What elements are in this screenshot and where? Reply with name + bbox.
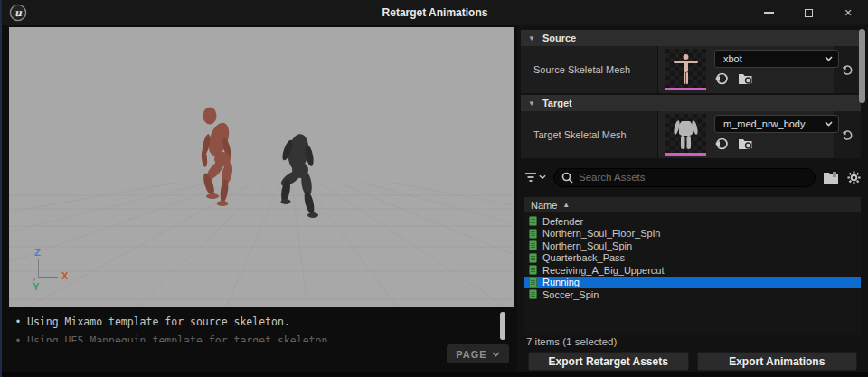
chevron-down-icon bbox=[539, 174, 546, 180]
x-axis-label: X bbox=[61, 270, 68, 281]
search-box bbox=[553, 168, 816, 187]
target-mesh-thumbnail[interactable] bbox=[665, 114, 706, 156]
animation-asset-icon bbox=[529, 265, 537, 275]
target-skeletal-mesh-label: Target Skeletal Mesh bbox=[521, 111, 658, 158]
close-button[interactable]: × bbox=[828, 0, 868, 25]
source-mesh-preview bbox=[665, 49, 706, 88]
maximize-icon bbox=[805, 9, 813, 17]
asset-name: Northern_Soul_Spin bbox=[542, 240, 632, 251]
source-mesh-thumbnail[interactable] bbox=[665, 49, 706, 90]
note-line: •Using UE5 Mannequin template for target… bbox=[9, 335, 334, 342]
chevron-down-icon bbox=[825, 56, 833, 61]
filter-icon bbox=[524, 172, 537, 183]
window-title: Retarget Animations bbox=[2, 0, 868, 25]
retarget-details-panel: ▼ Source Source Skeletal Mesh bbox=[517, 25, 868, 372]
export-buttons-row: Export Retarget Assets Export Animations bbox=[528, 352, 857, 371]
folder-settings-icon[interactable] bbox=[823, 171, 839, 184]
reset-to-default-icon[interactable] bbox=[842, 64, 854, 76]
minimize-icon bbox=[764, 12, 774, 14]
asset-search-row bbox=[524, 167, 861, 187]
bullet-icon: • bbox=[9, 316, 27, 328]
view-options-gear-icon[interactable] bbox=[847, 171, 861, 184]
asset-row-selected[interactable]: Running bbox=[524, 277, 861, 289]
asset-row[interactable]: Receiving_A_Big_Uppercut bbox=[524, 264, 861, 277]
axis-gizmo: Z X Y bbox=[25, 249, 80, 299]
collapse-arrow-icon: ▼ bbox=[528, 99, 535, 108]
name-column-header[interactable]: Name ▲ bbox=[524, 197, 861, 212]
export-animations-button[interactable]: Export Animations bbox=[697, 352, 858, 371]
source-skeletal-mesh-label: Source Skeletal Mesh bbox=[521, 46, 658, 93]
animation-asset-icon bbox=[529, 253, 537, 263]
x-axis-line bbox=[38, 277, 58, 278]
titlebar: u Retarget Animations × bbox=[2, 0, 868, 25]
maximize-button[interactable] bbox=[788, 0, 828, 25]
animation-asset-icon bbox=[529, 278, 537, 287]
asset-name: Quarterback_Pass bbox=[542, 252, 625, 263]
chevron-down-icon bbox=[825, 121, 833, 127]
items-status: 7 items (1 selected) bbox=[526, 336, 617, 347]
source-skeletal-mesh-row: Source Skeletal Mesh x bbox=[521, 46, 861, 93]
browse-to-asset-icon[interactable] bbox=[738, 71, 754, 86]
retarget-animations-window: u Retarget Animations × bbox=[0, 0, 868, 377]
window-bottom-edge bbox=[2, 372, 868, 377]
source-skeletal-mesh-value: xbot bbox=[658, 46, 834, 93]
note-text: Using UE5 Mannequin template for target … bbox=[27, 335, 334, 342]
target-skeletal-mesh-value: m_med_nrw_body bbox=[658, 111, 834, 158]
source-mesh-dropdown-value: xbot bbox=[723, 53, 825, 64]
floor-grid bbox=[9, 27, 514, 307]
minimize-button[interactable] bbox=[749, 0, 788, 25]
browse-to-asset-icon[interactable] bbox=[738, 137, 754, 151]
animation-asset-icon bbox=[529, 216, 537, 226]
notes-scrollbar[interactable] bbox=[500, 312, 505, 340]
asset-name: Receiving_A_Big_Uppercut bbox=[542, 265, 665, 276]
asset-name: Defender bbox=[542, 216, 583, 227]
asset-color-bar bbox=[665, 88, 706, 90]
notes-area: •Using Mixamo template for source skelet… bbox=[9, 311, 494, 342]
search-icon bbox=[561, 172, 573, 184]
asset-name: Northern_Soul_Floor_Spin bbox=[542, 228, 660, 239]
target-mesh-dropdown-value: m_med_nrw_body bbox=[723, 118, 825, 129]
z-axis-line bbox=[38, 259, 39, 278]
collapse-arrow-icon: ▼ bbox=[528, 34, 535, 42]
asset-row[interactable]: Defender bbox=[524, 215, 861, 228]
use-selected-asset-icon[interactable] bbox=[714, 71, 729, 86]
filter-button[interactable] bbox=[524, 172, 546, 183]
target-character-figure bbox=[278, 128, 324, 231]
page-dropdown-button[interactable]: PAGE bbox=[447, 344, 509, 363]
animation-asset-icon bbox=[529, 240, 537, 250]
export-retarget-assets-button[interactable]: Export Retarget Assets bbox=[528, 352, 689, 371]
source-character-figure bbox=[197, 107, 248, 215]
z-axis-label: Z bbox=[34, 247, 41, 258]
details-scrollbar[interactable] bbox=[859, 29, 865, 103]
source-mesh-dropdown[interactable]: xbot bbox=[714, 50, 839, 68]
search-assets-input[interactable] bbox=[579, 172, 807, 183]
asset-row[interactable]: Quarterback_Pass bbox=[524, 252, 861, 265]
reset-to-default-icon[interactable] bbox=[842, 129, 854, 141]
chevron-down-icon bbox=[492, 352, 500, 357]
target-mesh-dropdown[interactable]: m_med_nrw_body bbox=[714, 115, 839, 133]
asset-name: Soccer_Spin bbox=[542, 289, 599, 300]
animation-asset-icon bbox=[529, 229, 537, 239]
asset-row[interactable]: Northern_Soul_Spin bbox=[524, 240, 861, 252]
asset-row[interactable]: Northern_Soul_Floor_Spin bbox=[524, 228, 861, 240]
use-selected-asset-icon[interactable] bbox=[714, 137, 729, 151]
name-column-label: Name bbox=[531, 200, 557, 211]
asset-color-bar bbox=[665, 153, 706, 156]
asset-row[interactable]: Soccer_Spin bbox=[524, 288, 861, 301]
asset-list: Defender Northern_Soul_Floor_Spin Northe… bbox=[524, 212, 861, 335]
animation-asset-icon bbox=[529, 289, 537, 299]
asset-name: Running bbox=[542, 277, 580, 287]
target-mesh-preview bbox=[665, 114, 706, 153]
bullet-icon: • bbox=[9, 335, 27, 342]
source-section-header[interactable]: ▼ Source bbox=[521, 30, 861, 46]
target-section-header[interactable]: ▼ Target bbox=[521, 95, 861, 111]
page-dropdown-label: PAGE bbox=[456, 349, 486, 360]
source-section-title: Source bbox=[542, 33, 576, 43]
target-skeletal-mesh-row: Target Skeletal Mesh m bbox=[521, 111, 861, 158]
sort-ascending-icon: ▲ bbox=[562, 201, 570, 209]
target-section-title: Target bbox=[542, 98, 572, 108]
source-mesh-tools bbox=[714, 71, 754, 86]
window-controls: × bbox=[749, 0, 868, 25]
preview-viewport[interactable]: Z X Y bbox=[9, 27, 514, 307]
y-axis-label: Y bbox=[33, 281, 39, 292]
